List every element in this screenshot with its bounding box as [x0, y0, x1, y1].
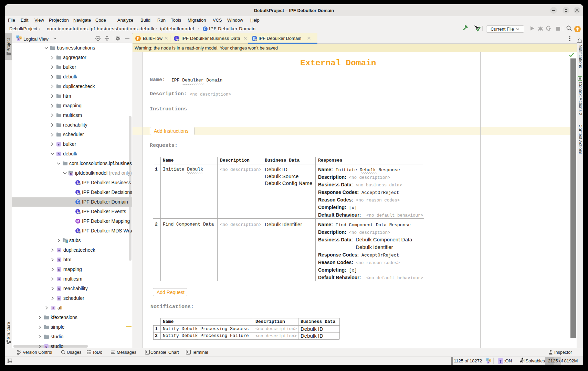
svg-text:L: L: [77, 181, 79, 184]
svg-text:E: E: [204, 27, 207, 31]
svg-text:s: s: [58, 258, 60, 262]
svg-text:E: E: [253, 36, 255, 41]
svg-text:s: s: [45, 345, 47, 348]
svg-text:D: D: [487, 359, 489, 361]
svg-text:D: D: [17, 35, 19, 38]
svg-text:S: S: [487, 361, 489, 363]
svg-text:S: S: [18, 38, 19, 41]
svg-text:s: s: [58, 142, 60, 146]
svg-text:s: s: [58, 248, 60, 252]
svg-text:L: L: [77, 229, 79, 232]
svg-text:E: E: [77, 200, 79, 204]
svg-text:s: s: [58, 287, 60, 291]
svg-text:L: L: [77, 190, 79, 194]
svg-text:s: s: [52, 306, 54, 310]
svg-text:s: s: [58, 296, 60, 300]
svg-text:s: s: [58, 277, 60, 281]
svg-text:s: s: [58, 268, 60, 271]
svg-text:F: F: [137, 36, 139, 41]
svg-text:L: L: [77, 209, 79, 213]
svg-text:s: s: [58, 152, 60, 156]
svg-text:M: M: [76, 219, 79, 223]
svg-text:L: L: [176, 36, 178, 41]
svg-text:M: M: [70, 173, 72, 176]
